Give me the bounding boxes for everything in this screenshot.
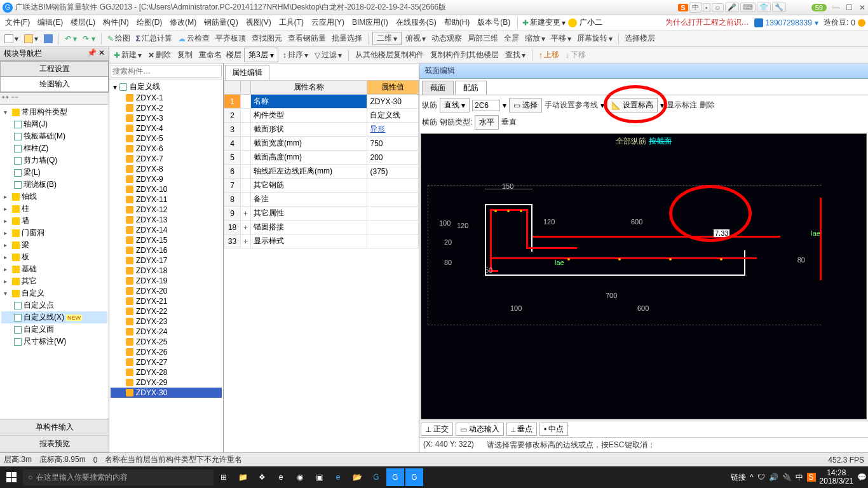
menu-draw[interactable]: 绘图(D)	[134, 16, 165, 29]
ctx-sort-button[interactable]: ↕排序 ▾	[281, 48, 310, 62]
floor-select[interactable]: 第3层 ▾	[244, 48, 278, 62]
ctx-delete-button[interactable]: ✕删除	[146, 48, 173, 62]
draw-button[interactable]: ✎绘图	[105, 32, 132, 45]
set-elevation-button[interactable]: 📐 设置标高	[607, 98, 658, 112]
app2-icon[interactable]: ❖	[253, 468, 271, 486]
edge-icon[interactable]: e	[272, 468, 290, 486]
show-label-button[interactable]: 显示标注	[667, 100, 697, 111]
redo-icon[interactable]: ↷ ▾	[81, 33, 97, 44]
pan-button[interactable]: 平移 ▾	[549, 32, 573, 45]
comp-item[interactable]: ZDYX-22	[111, 306, 222, 316]
comp-item[interactable]: ZDYX-12	[111, 205, 222, 215]
comp-item[interactable]: ZDYX-24	[111, 327, 222, 337]
app3-icon[interactable]: ◉	[291, 468, 309, 486]
topview-button[interactable]: 俯视 ▾	[403, 32, 428, 45]
comp-item[interactable]: ZDYX-6	[111, 144, 222, 154]
comp-item[interactable]: ZDYX-27	[111, 357, 222, 367]
tab-project-settings[interactable]: 工程设置	[1, 62, 108, 77]
maximize-button[interactable]: ☐	[846, 3, 853, 12]
horiz-button[interactable]: 水平	[475, 115, 499, 130]
ctx-rename-button[interactable]: 重命名	[197, 48, 224, 62]
menu-version[interactable]: 版本号(B)	[475, 16, 513, 29]
comp-item[interactable]: ZDYX-18	[111, 266, 222, 276]
app6-icon[interactable]: G	[386, 468, 404, 486]
property-table[interactable]: 属性名称属性值 1名称ZDYX-302构件类型自定义线3截面形状异形4截面宽度(…	[224, 80, 419, 248]
help-link[interactable]: 为什么打开工程之前识…	[665, 17, 749, 28]
app7-icon[interactable]: G	[405, 468, 423, 486]
tab-rebar[interactable]: 配筋	[455, 81, 487, 95]
select-floor-button[interactable]: 选择楼层	[623, 32, 657, 45]
ctx-copy-button[interactable]: 复制	[175, 48, 194, 62]
report-preview-button[interactable]: 报表预览	[0, 436, 109, 452]
comp-item[interactable]: ZDYX-2	[111, 103, 222, 113]
menu-rebar[interactable]: 钢筋量(Q)	[201, 16, 240, 29]
zoom-button[interactable]: 缩放 ▾	[523, 32, 547, 45]
dyn-observe-button[interactable]: 动态观察	[430, 32, 464, 45]
comp-item[interactable]: ZDYX-10	[111, 184, 222, 194]
start-button[interactable]	[1, 468, 22, 486]
ctx-filter-button[interactable]: ▽过滤 ▾	[313, 48, 344, 62]
menu-component[interactable]: 构件(N)	[100, 16, 132, 29]
mid-snap-button[interactable]: • 中点	[539, 423, 568, 436]
comp-item[interactable]: ZDYX-28	[111, 367, 222, 377]
menu-file[interactable]: 文件(F)	[3, 16, 32, 29]
comp-item[interactable]: ZDYX-1	[111, 93, 222, 103]
comp-item[interactable]: ZDYX-17	[111, 255, 222, 266]
vert-button[interactable]: 垂直	[501, 117, 517, 128]
menu-bim[interactable]: BIM应用(I)	[349, 16, 391, 29]
app1-icon[interactable]: 📁	[234, 468, 252, 486]
section-canvas[interactable]: 全部纵筋 按截面 150	[421, 133, 867, 419]
comp-item[interactable]: ZDYX-11	[111, 194, 222, 205]
comp-item[interactable]: ZDYX-8	[111, 164, 222, 174]
comp-item[interactable]: ZDYX-9	[111, 174, 222, 184]
view-rebar-button[interactable]: 查看钢筋量	[286, 32, 328, 45]
file-save-icon[interactable]	[42, 33, 55, 44]
tray-volume-icon[interactable]: 🔊	[769, 473, 778, 482]
menu-tool[interactable]: 工具(T)	[276, 16, 306, 29]
move-up-button[interactable]: ↑上移	[537, 48, 561, 62]
comp-item[interactable]: ZDYX-25	[111, 337, 222, 347]
comp-item[interactable]: ZDYX-13	[111, 215, 222, 225]
tray-notify-icon[interactable]: 💬	[857, 473, 867, 482]
account-phone[interactable]: 13907298339 ▾	[754, 18, 818, 27]
tab-section[interactable]: 截面	[422, 81, 454, 95]
minimize-button[interactable]: —	[832, 3, 839, 12]
single-input-button[interactable]: 单构件输入	[0, 419, 109, 436]
menu-floor[interactable]: 楼层(L)	[68, 16, 98, 29]
comp-item[interactable]: ZDYX-26	[111, 347, 222, 357]
tray-security-icon[interactable]: 🛡	[757, 473, 765, 482]
comp-item[interactable]: ZDYX-29	[111, 377, 222, 388]
select-button[interactable]: ▭ 选择	[509, 98, 542, 112]
copy-from-floor-button[interactable]: 从其他楼层复制构件	[353, 48, 426, 62]
tab-draw-input[interactable]: 绘图输入	[1, 77, 108, 92]
comp-item[interactable]: ZDYX-20	[111, 286, 222, 296]
nav-expand-icon[interactable]: ⁺⁺	[1, 94, 9, 103]
tray-up-icon[interactable]: ^	[750, 473, 754, 482]
cloud-check-button[interactable]: ☁云检查	[176, 32, 212, 45]
app5-icon[interactable]: G	[367, 468, 385, 486]
elevation-value[interactable]: 7.33	[714, 229, 729, 237]
menu-modify[interactable]: 修改(M)	[167, 16, 199, 29]
tray-link[interactable]: 链接	[731, 472, 746, 483]
taskbar-search[interactable]: ○在这里输入你要搜索的内容	[23, 470, 214, 485]
rotate-button[interactable]: 屏幕旋转 ▾	[575, 32, 614, 45]
undo-icon[interactable]: ↶ ▾	[63, 33, 79, 44]
comp-item[interactable]: ZDYX-3	[111, 113, 222, 123]
ortho-button[interactable]: ⊥ 正交	[421, 423, 453, 436]
comp-item[interactable]: ZDYX-16	[111, 245, 222, 255]
tray-ime-icon[interactable]: 中	[796, 472, 803, 483]
tray-sogou-icon[interactable]: S	[807, 473, 816, 482]
menu-edit[interactable]: 编辑(E)	[35, 16, 65, 29]
find-elem-button[interactable]: 查找图元	[250, 32, 284, 45]
tab-properties[interactable]: 属性编辑	[225, 65, 269, 80]
perp-snap-button[interactable]: ⟂ 垂点	[506, 423, 537, 436]
move-down-button[interactable]: ↓下移	[564, 48, 588, 62]
local3d-button[interactable]: 局部三维	[466, 32, 500, 45]
nav-pin-icon[interactable]: 📌 ✕	[87, 48, 105, 59]
comp-item[interactable]: ZDYX-30	[111, 388, 222, 398]
ie-icon[interactable]: e	[329, 468, 347, 486]
comp-item[interactable]: ZDYX-15	[111, 235, 222, 245]
2d-dropdown[interactable]: 二维 ▾	[372, 32, 402, 45]
comp-item[interactable]: ZDYX-4	[111, 123, 222, 133]
comp-item[interactable]: ZDYX-19	[111, 276, 222, 286]
